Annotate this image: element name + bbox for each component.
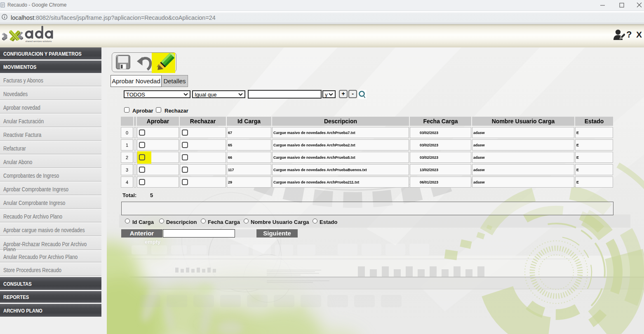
svg-text:shared services solutions: shared services solutions [26,40,52,42]
